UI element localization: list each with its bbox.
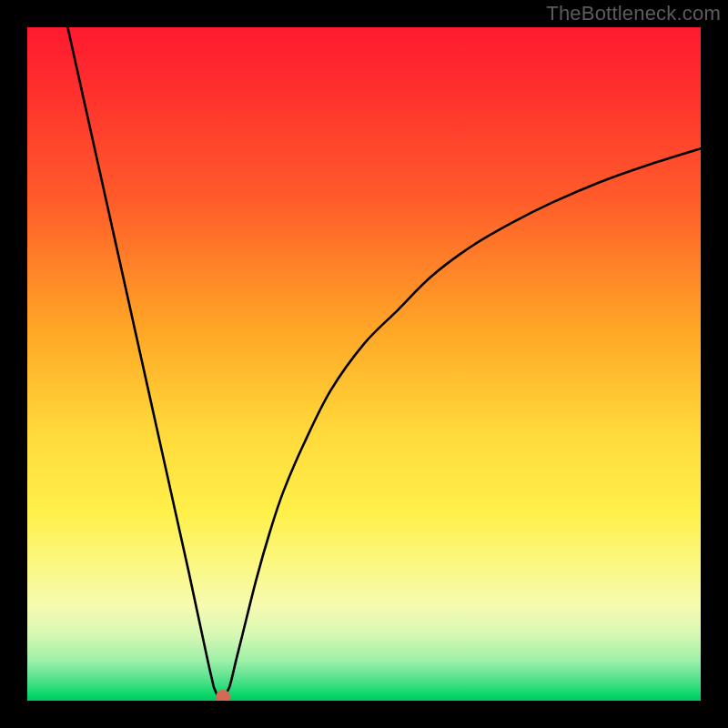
plot-area xyxy=(27,27,701,701)
curve-left xyxy=(67,27,222,697)
minimum-marker xyxy=(216,690,230,701)
chart-frame: TheBottleneck.com xyxy=(0,0,728,728)
curve-svg xyxy=(27,27,701,701)
watermark-text: TheBottleneck.com xyxy=(546,2,721,25)
curve-right xyxy=(223,148,701,697)
